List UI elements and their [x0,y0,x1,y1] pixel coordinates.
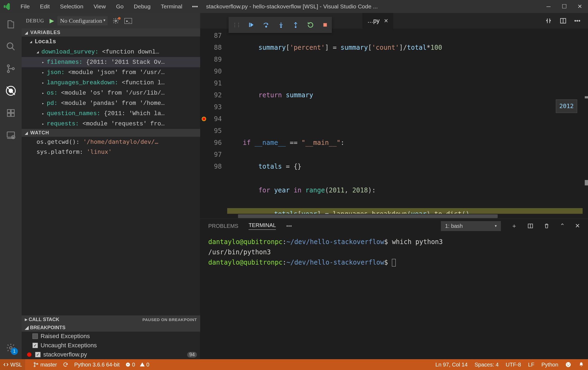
python-interpreter[interactable]: Python 3.6.6 64-bit [74,362,120,368]
sync-icon[interactable] [63,362,68,367]
checkbox[interactable]: ✓ [32,343,38,348]
callstack-status: PAUSED ON BREAKPOINT [143,317,197,322]
restart-button[interactable] [307,21,314,28]
svg-point-30 [34,362,35,364]
remote-explorer-icon[interactable]: ✕ [5,129,17,141]
drag-handle-icon[interactable]: ⋮⋮ [232,22,240,28]
horizontal-scrollbar[interactable] [200,214,588,219]
svg-point-17 [115,20,117,22]
step-out-button[interactable] [292,22,299,28]
minimize-button[interactable]: ─ [546,3,551,10]
debug-toolbar[interactable]: ⋮⋮ [229,17,332,33]
breakpoint-row[interactable]: ✓ stackoverflow.py 94 [22,350,200,359]
step-into-button[interactable] [278,22,284,28]
tab-close-icon[interactable]: ✕ [384,18,388,24]
variable-row[interactable]: ◢download_survey: <function downl… [22,47,200,57]
new-terminal-icon[interactable]: ＋ [511,222,517,230]
tab-filename: …py [367,17,379,24]
svg-line-7 [7,87,15,95]
breakpoint-marker-icon[interactable] [202,117,206,121]
kill-terminal-icon[interactable] [544,223,550,229]
cursor-position[interactable]: Ln 97, Col 14 [435,362,468,368]
variable-row[interactable]: ▸question_names: {2011: 'Which la… [22,108,200,119]
debug-console-icon[interactable]: ▸_ [124,18,132,24]
extensions-icon[interactable] [5,107,17,119]
source-control-icon[interactable] [5,63,17,75]
locals-scope[interactable]: ◢Locals [22,36,200,47]
debug-settings-icon[interactable] [113,18,119,24]
variable-row[interactable]: ▸languages_breakdown: <function l… [22,78,200,88]
status-bar: WSL master Python 3.6.6 64-bit ✕ 0 0 Ln … [0,359,588,370]
variable-row[interactable]: ▸json: <module 'json' from '/usr/… [22,67,200,78]
code-editor[interactable]: 87 88 89 90 91 92 93 94 95 96 97 98 summ… [200,29,588,214]
svg-line-1 [12,48,15,50]
watch-section-header[interactable]: ◢ WATCH [22,129,200,137]
terminal[interactable]: dantaylo@qubitronpc:~/dev/hello-stackove… [200,233,588,359]
panel-tabs: PROBLEMS TERMINAL ••• 1: bash ＋ ⌃ ✕ [200,219,588,233]
menu-terminal[interactable]: Terminal [161,3,182,9]
compare-changes-icon[interactable] [545,17,552,24]
menu-selection[interactable]: Selection [60,3,83,9]
encoding[interactable]: UTF-8 [506,362,521,368]
svg-text:✕: ✕ [12,136,14,139]
split-editor-icon[interactable] [560,17,567,24]
checkbox[interactable]: ✓ [35,352,41,357]
variable-row[interactable]: ▸requests: <module 'requests' fro… [22,119,200,129]
variable-row[interactable]: ▸pd: <module 'pandas' from '/home… [22,98,200,108]
more-actions-icon[interactable]: ••• [574,17,580,24]
search-icon[interactable] [5,41,17,52]
minimap[interactable] [583,29,588,214]
debug-label: DEBUG [26,18,44,24]
notifications-icon[interactable] [578,362,584,368]
panel-overflow-icon[interactable]: ••• [286,223,292,229]
code-content[interactable]: summary['percent'] = summary['count']/to… [227,29,583,214]
menu-view[interactable]: View [94,3,106,9]
start-debug-icon[interactable]: ▶ [49,17,54,24]
debug-side-panel: DEBUG ▶ No Configuration ▸_ ◢ VARIABLES … [22,13,200,359]
language-mode[interactable]: Python [541,362,558,368]
maximize-panel-icon[interactable]: ⌃ [560,222,565,229]
svg-point-3 [7,71,9,73]
panel-tab-terminal[interactable]: TERMINAL [249,222,276,230]
checkbox[interactable]: ✓ [32,334,38,339]
git-branch[interactable]: master [33,362,57,368]
close-button[interactable]: ✕ [577,3,583,10]
settings-gear-icon[interactable]: 1 [5,342,17,354]
stop-button[interactable] [322,22,328,28]
menu-overflow-icon[interactable]: ••• [192,3,198,10]
svg-point-36 [566,362,571,367]
callstack-section-header[interactable]: ▸ CALL STACK PAUSED ON BREAKPOINT [22,315,200,324]
close-panel-icon[interactable]: ✕ [575,222,580,229]
split-terminal-icon[interactable] [527,223,533,229]
breakpoint-row[interactable]: ✓ Raised Exceptions [22,332,200,341]
variable-row[interactable]: ▸filenames: {2011: '2011 Stack Ov… [22,57,200,67]
problems-count[interactable]: ✕ 0 0 [125,362,149,368]
explorer-icon[interactable] [5,18,17,30]
feedback-icon[interactable] [565,362,571,368]
editor-tab[interactable]: …py ✕ [362,13,393,29]
watch-row[interactable]: sys.platform: 'linux' [22,147,200,157]
debug-config-select[interactable]: No Configuration [57,16,108,25]
menu-edit[interactable]: Edit [40,3,50,9]
main-menu: File Edit Selection View Go Debug Termin… [16,3,187,10]
terminal-select[interactable]: 1: bash [441,221,501,231]
inline-value-hint: 2012 [556,99,577,113]
indentation[interactable]: Spaces: 4 [475,362,499,368]
watch-row[interactable]: os.getcwd(): '/home/dantaylo/dev/… [22,137,200,147]
svg-point-26 [280,26,282,28]
continue-button[interactable] [248,22,255,28]
variables-section-header[interactable]: ◢ VARIABLES [22,29,200,36]
variable-row[interactable]: ▸os: <module 'os' from '/usr/lib/… [22,88,200,98]
debug-icon[interactable] [5,85,17,97]
menu-debug[interactable]: Debug [134,3,151,9]
breakpoints-section-header[interactable]: ◢ BREAKPOINTS [22,324,200,332]
menu-file[interactable]: File [21,3,30,9]
maximize-button[interactable]: ☐ [561,3,567,10]
menu-go[interactable]: Go [116,3,124,9]
svg-rect-10 [7,113,10,116]
breakpoint-row[interactable]: ✓ Uncaught Exceptions [22,341,200,350]
eol[interactable]: LF [528,362,534,368]
panel-tab-problems[interactable]: PROBLEMS [208,223,238,229]
remote-indicator[interactable]: WSL [0,359,25,370]
step-over-button[interactable] [263,21,270,28]
